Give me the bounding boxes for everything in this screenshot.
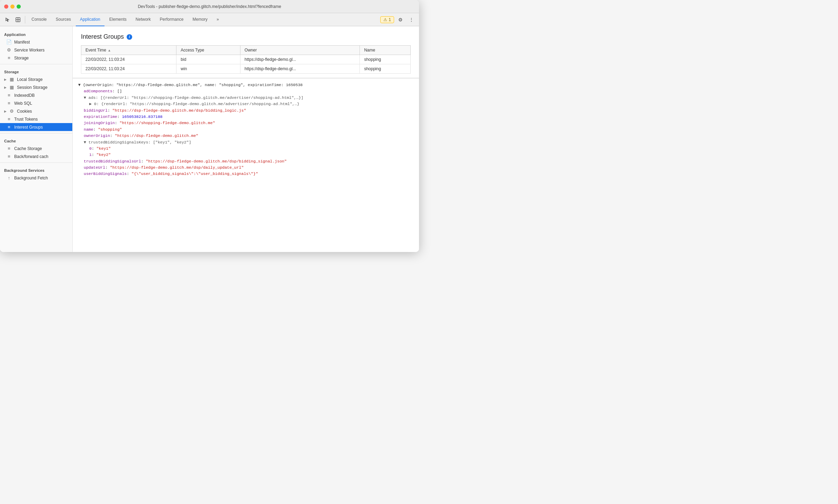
maximize-button[interactable] xyxy=(17,4,21,9)
json-line: 0: "key1" xyxy=(78,146,413,152)
col-header-name[interactable]: Name xyxy=(360,46,411,55)
sidebar-label-cookies: Cookies xyxy=(17,109,32,114)
content-panel: Interest Groups i Event Time ▲ Access Ty… xyxy=(73,26,419,252)
json-detail-area: ▼ {ownerOrigin: "https://dsp-fledge-demo… xyxy=(73,78,419,252)
tab-console[interactable]: Console xyxy=(27,13,51,26)
tab-network[interactable]: Network xyxy=(131,13,155,26)
minimize-button[interactable] xyxy=(10,4,15,9)
json-line: updateUrl: "https://dsp-fledge-demo.glit… xyxy=(78,165,413,171)
json-line: expirationTime: 1650538216.837188 xyxy=(78,114,413,120)
trust-tokens-icon: ≡ xyxy=(6,116,12,122)
sidebar-item-background-fetch[interactable]: ↑ Background Fetch xyxy=(0,174,72,182)
cell-owner: https://dsp-fledge-demo.gl... xyxy=(240,64,360,74)
sidebar-label-local-storage: Local Storage xyxy=(17,77,43,82)
col-header-event-time[interactable]: Event Time ▲ xyxy=(81,46,176,55)
json-line: name: "shopping" xyxy=(78,127,413,133)
sidebar-item-indexed-db[interactable]: ≡ IndexedDB xyxy=(0,91,72,99)
cell-event-time: 22/03/2022, 11:03:24 xyxy=(81,55,176,64)
json-line: joiningOrigin: "https://shopping-fledge-… xyxy=(78,120,413,126)
sidebar-label-cache-storage: Cache Storage xyxy=(14,146,42,151)
sidebar-item-session-storage[interactable]: ▶ ▦ Session Storage xyxy=(0,83,72,91)
sort-arrow-icon: ▲ xyxy=(108,48,111,52)
table-row[interactable]: 22/03/2022, 11:03:24 win https://dsp-fle… xyxy=(81,64,411,74)
sidebar-item-cookies[interactable]: ▶ ⚙ Cookies xyxy=(0,107,72,115)
json-line[interactable]: ▼ trustedBiddingSignalsKeys: ["key1", "k… xyxy=(78,139,413,146)
sidebar-item-back-forward-cache[interactable]: ≡ Back/forward cach xyxy=(0,152,72,160)
sidebar-item-interest-groups[interactable]: ≡ Interest Groups xyxy=(0,123,72,131)
json-line: userBiddingSignals: "{\"user_bidding_sig… xyxy=(78,171,413,177)
col-header-owner[interactable]: Owner xyxy=(240,46,360,55)
traffic-lights xyxy=(4,4,21,9)
sidebar-item-storage-app[interactable]: ≡ Storage xyxy=(0,54,72,62)
interest-groups-icon: ≡ xyxy=(6,124,12,130)
cookies-icon: ⚙ xyxy=(9,109,15,114)
toolbar-divider xyxy=(25,16,25,24)
sidebar-label-back-forward-cache: Back/forward cach xyxy=(14,154,48,159)
warning-badge[interactable]: ⚠ 1 xyxy=(380,16,394,23)
sidebar-section-storage: Storage xyxy=(0,66,72,75)
sidebar-label-storage-app: Storage xyxy=(14,56,29,60)
json-line: adComponents: [] xyxy=(78,88,413,94)
tab-elements[interactable]: Elements xyxy=(105,13,131,26)
tab-performance[interactable]: Performance xyxy=(156,13,188,26)
tab-sources[interactable]: Sources xyxy=(52,13,75,26)
json-line: biddingUrl: "https://dsp-fledge-demo.gli… xyxy=(78,108,413,114)
web-sql-icon: ≡ xyxy=(6,101,12,106)
sidebar-item-trust-tokens[interactable]: ≡ Trust Tokens xyxy=(0,115,72,123)
sidebar-section-application: Application xyxy=(0,29,72,38)
json-line: ownerOrigin: "https://dsp-fledge-demo.gl… xyxy=(78,133,413,139)
cell-owner: https://dsp-fledge-demo.gl... xyxy=(240,55,360,64)
sidebar-divider-3 xyxy=(0,162,72,163)
sidebar-item-manifest[interactable]: 📄 Manifest xyxy=(0,38,72,46)
cell-name: shopping xyxy=(360,55,411,64)
json-line[interactable]: ▶ 0: {renderUrl: "https://shopping-fledg… xyxy=(78,101,413,107)
main-container: Application 📄 Manifest ⚙ Service Workers… xyxy=(0,26,419,252)
sidebar-item-local-storage[interactable]: ▶ ▦ Local Storage xyxy=(0,75,72,83)
tab-overflow[interactable]: » xyxy=(212,13,223,26)
session-storage-arrow: ▶ xyxy=(4,86,7,89)
background-fetch-icon: ↑ xyxy=(6,175,12,180)
warn-count: 1 xyxy=(389,17,391,22)
sidebar-label-web-sql: Web SQL xyxy=(14,101,32,106)
session-storage-icon: ▦ xyxy=(9,85,15,90)
cell-name: shopping xyxy=(360,64,411,74)
sidebar-divider-1 xyxy=(0,64,72,64)
json-line: 1: "key2" xyxy=(78,152,413,158)
cell-access-type: win xyxy=(176,64,240,74)
sidebar-label-service-workers: Service Workers xyxy=(14,48,45,53)
table-row[interactable]: 22/03/2022, 11:03:24 bid https://dsp-fle… xyxy=(81,55,411,64)
sidebar-item-web-sql[interactable]: ≡ Web SQL xyxy=(0,99,72,107)
info-icon[interactable]: i xyxy=(127,34,132,40)
sidebar-item-service-workers[interactable]: ⚙ Service Workers xyxy=(0,46,72,54)
json-line[interactable]: ▼ ads: [{renderUrl: "https://shopping-fl… xyxy=(78,95,413,101)
json-line: trustedBiddingSignalsUrl: "https://dsp-f… xyxy=(78,158,413,165)
indexed-db-icon: ≡ xyxy=(6,93,12,98)
cell-event-time: 22/03/2022, 11:03:24 xyxy=(81,64,176,74)
cursor-icon-btn[interactable] xyxy=(3,15,12,25)
warn-icon: ⚠ xyxy=(383,17,387,22)
sidebar-label-manifest: Manifest xyxy=(14,40,30,45)
sidebar-label-indexed-db: IndexedDB xyxy=(14,93,35,98)
toolbar-right: ⚠ 1 ⚙ ⋮ xyxy=(380,15,416,25)
json-line: ▼ {ownerOrigin: "https://dsp-fledge-demo… xyxy=(78,82,413,88)
sidebar-item-cache-storage[interactable]: ≡ Cache Storage xyxy=(0,144,72,152)
more-button[interactable]: ⋮ xyxy=(407,15,416,25)
sidebar-label-background-fetch: Background Fetch xyxy=(14,176,48,180)
sidebar-label-session-storage: Session Storage xyxy=(17,85,47,90)
page-title-text: Interest Groups xyxy=(81,33,124,40)
settings-button[interactable]: ⚙ xyxy=(395,15,405,25)
cache-storage-icon: ≡ xyxy=(6,146,12,151)
tab-memory[interactable]: Memory xyxy=(189,13,212,26)
sidebar-divider-2 xyxy=(0,133,72,133)
sidebar: Application 📄 Manifest ⚙ Service Workers… xyxy=(0,26,73,252)
tab-application[interactable]: Application xyxy=(76,13,104,26)
service-workers-icon: ⚙ xyxy=(6,47,12,53)
manifest-icon: 📄 xyxy=(6,39,12,45)
col-header-access-type[interactable]: Access Type xyxy=(176,46,240,55)
cell-access-type: bid xyxy=(176,55,240,64)
local-storage-icon: ▦ xyxy=(9,77,15,82)
inspect-icon-btn[interactable] xyxy=(13,15,23,25)
close-button[interactable] xyxy=(4,4,8,9)
sidebar-section-cache: Cache xyxy=(0,136,72,144)
interest-groups-header-area: Interest Groups i Event Time ▲ Access Ty… xyxy=(73,26,419,78)
